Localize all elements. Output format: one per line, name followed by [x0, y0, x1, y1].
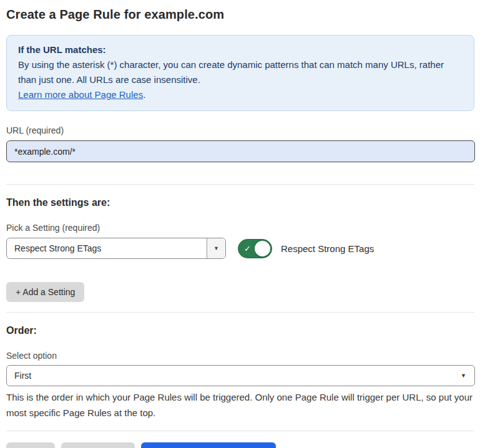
learn-more-link[interactable]: Learn more about Page Rules	[18, 89, 143, 100]
divider-after-url	[6, 184, 474, 185]
settings-section-heading: Then the settings are:	[6, 197, 474, 208]
order-select-value: First	[7, 366, 461, 386]
etags-toggle-label: Respect Strong ETags	[281, 243, 374, 254]
order-select[interactable]: First ▼	[6, 365, 475, 386]
divider-before-footer	[6, 431, 474, 431]
link-period: .	[143, 89, 145, 100]
url-matches-info-box: If the URL matches: By using the asteris…	[6, 35, 474, 111]
order-section-heading: Order:	[6, 325, 474, 336]
save-draft-button[interactable]: Save as Draft	[61, 442, 135, 448]
pick-setting-label: Pick a Setting (required)	[6, 223, 474, 233]
info-box-heading: If the URL matches:	[18, 42, 463, 57]
url-input[interactable]	[6, 140, 475, 162]
order-select-label: Select option	[6, 351, 474, 361]
chevron-down-icon[interactable]: ▼	[207, 238, 225, 258]
setting-select-value: Respect Strong ETags	[7, 238, 207, 258]
footer-actions: Cancel Save as Draft Save and Deploy Pag…	[6, 442, 474, 448]
check-icon: ✓	[244, 244, 251, 253]
save-deploy-button[interactable]: Save and Deploy Page Rule	[141, 442, 276, 448]
toggle-knob	[255, 241, 270, 256]
create-page-rule-form: Create a Page Rule for example.com If th…	[0, 0, 480, 448]
url-label: URL (required)	[6, 125, 474, 135]
info-box-link-line: Learn more about Page Rules.	[18, 87, 463, 102]
etags-toggle[interactable]: ✓	[238, 239, 272, 258]
add-setting-button[interactable]: + Add a Setting	[6, 282, 84, 302]
divider-after-settings	[6, 312, 474, 313]
page-title: Create a Page Rule for example.com	[6, 7, 474, 22]
order-help-text: This is the order in which your Page Rul…	[6, 389, 475, 421]
setting-row: Respect Strong ETags ▼ ✓ Respect Strong …	[6, 238, 474, 259]
cancel-button[interactable]: Cancel	[6, 442, 55, 448]
info-box-body: By using the asterisk (*) character, you…	[18, 57, 463, 87]
setting-select[interactable]: Respect Strong ETags ▼	[6, 238, 226, 259]
chevron-down-icon: ▼	[461, 366, 474, 386]
